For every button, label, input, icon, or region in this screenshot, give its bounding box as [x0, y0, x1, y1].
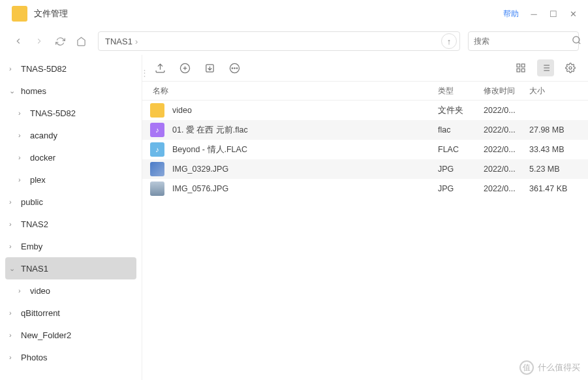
file-row[interactable]: ♪Beyond - 情人.FLACFLAC2022/0...33.43 MB [142, 140, 588, 159]
col-date[interactable]: 修改时间 [484, 86, 529, 97]
file-icon [150, 162, 164, 176]
file-list: video文件夹2022/0...♪01. 愛 在西 元前.flacflac20… [142, 101, 588, 198]
file-type: JPG [438, 184, 484, 193]
file-icon: ♪ [150, 123, 164, 137]
sidebar-item-label: Photos [21, 353, 47, 362]
file-icon [150, 103, 164, 118]
search-box[interactable] [468, 31, 579, 51]
maximize-button[interactable]: ☐ [544, 4, 563, 24]
expand-icon: › [18, 109, 29, 117]
sidebar-item-video[interactable]: ›video [0, 279, 142, 302]
search-icon [572, 35, 581, 47]
svg-rect-13 [521, 69, 525, 72]
sidebar-item-tnas-5d82[interactable]: ›TNAS-5D82 [0, 57, 142, 80]
sidebar-item-label: Emby [21, 242, 42, 251]
up-button[interactable]: ↑ [441, 33, 457, 49]
help-link[interactable]: 帮助 [503, 8, 519, 20]
breadcrumb[interactable]: TNAS1 › ↑ [98, 31, 460, 51]
file-row[interactable]: IMG_0576.JPGJPG2022/0...361.47 KB [142, 179, 588, 198]
file-size: 361.47 KB [529, 184, 588, 193]
svg-rect-10 [517, 64, 520, 67]
home-button[interactable] [72, 32, 90, 50]
table-header: 名称 类型 修改时间 大小 [142, 81, 588, 101]
forward-button[interactable] [30, 32, 48, 50]
expand-icon: › [18, 153, 29, 161]
sidebar-item-new_folder2[interactable]: ›New_Folder2 [0, 324, 142, 346]
expand-icon: › [9, 198, 20, 206]
sidebar-item-homes[interactable]: ⌄homes [0, 80, 142, 102]
expand-icon: ⌄ [9, 87, 20, 95]
expand-icon: › [18, 287, 29, 294]
expand-icon: › [18, 176, 29, 183]
sidebar-item-emby[interactable]: ›Emby [0, 235, 142, 257]
file-icon [150, 182, 164, 196]
svg-point-20 [569, 67, 572, 69]
sidebar-tree: ›TNAS-5D82⌄homes›TNAS-5D82›acandy›docker… [0, 55, 142, 380]
minimize-button[interactable]: ─ [524, 4, 544, 24]
sidebar-item-label: homes [21, 86, 46, 96]
sidebar-item-acandy[interactable]: ›acandy [0, 124, 142, 146]
sidebar-item-photos[interactable]: ›Photos [0, 346, 142, 368]
sidebar-item-label: qBittorrent [21, 308, 60, 318]
sidebar-item-label: TNAS-5D82 [30, 108, 76, 118]
list-view-button[interactable] [537, 59, 554, 76]
expand-icon: › [9, 331, 20, 339]
file-name: 01. 愛 在西 元前.flac [172, 125, 438, 136]
expand-icon: › [18, 131, 29, 139]
task-button[interactable] [201, 59, 218, 76]
settings-button[interactable] [562, 59, 579, 76]
col-name[interactable]: 名称 [142, 86, 438, 97]
refresh-button[interactable] [51, 32, 69, 50]
col-type[interactable]: 类型 [438, 86, 484, 97]
app-folder-icon [12, 6, 27, 22]
grid-view-button[interactable] [512, 59, 529, 76]
file-type: FLAC [438, 145, 484, 154]
nav-toolbar: TNAS1 › ↑ [0, 27, 588, 55]
file-name: IMG_0576.JPG [172, 184, 438, 193]
file-row[interactable]: ♪01. 愛 在西 元前.flacflac2022/0...27.98 MB [142, 120, 588, 140]
expand-icon: › [9, 220, 20, 228]
chevron-right-icon: › [135, 37, 138, 46]
svg-rect-12 [517, 69, 520, 72]
sidebar-item-tnas2[interactable]: ›TNAS2 [0, 213, 142, 235]
sidebar-item-label: plex [30, 175, 46, 185]
col-size[interactable]: 大小 [529, 86, 588, 97]
sidebar-item-label: video [30, 286, 50, 296]
file-name: IMG_0329.JPG [172, 165, 438, 174]
breadcrumb-item[interactable]: TNAS1 [105, 37, 132, 46]
svg-rect-11 [521, 64, 525, 67]
close-button[interactable]: ✕ [563, 4, 583, 24]
expand-icon: › [9, 242, 20, 250]
sidebar-item-qbittorrent[interactable]: ›qBittorrent [0, 302, 142, 324]
file-row[interactable]: video文件夹2022/0... [142, 101, 588, 120]
file-row[interactable]: IMG_0329.JPGJPG2022/0...5.23 MB [142, 159, 588, 179]
expand-icon: › [9, 65, 20, 72]
sidebar-item-label: acandy [30, 131, 57, 140]
watermark-text: 什么值得买 [538, 362, 580, 373]
sidebar-item-docker[interactable]: ›docker [0, 146, 142, 168]
search-input[interactable] [474, 37, 572, 46]
watermark: 值 什么值得买 [519, 360, 580, 375]
sidebar-item-label: public [21, 197, 43, 207]
add-button[interactable] [176, 59, 193, 76]
more-button[interactable] [226, 59, 243, 76]
file-date: 2022/0... [484, 184, 529, 193]
file-date: 2022/0... [484, 106, 529, 115]
titlebar: 文件管理 帮助 ─ ☐ ✕ [0, 0, 588, 27]
sidebar-item-public[interactable]: ›public [0, 191, 142, 213]
action-bar [142, 55, 588, 81]
app-title: 文件管理 [34, 8, 68, 20]
svg-point-7 [232, 67, 232, 68]
sidebar-item-plex[interactable]: ›plex [0, 168, 142, 191]
file-type: JPG [438, 165, 484, 174]
upload-button[interactable] [151, 59, 168, 76]
file-date: 2022/0... [484, 165, 529, 174]
file-name: video [172, 106, 438, 115]
sidebar-item-tnas-5d82[interactable]: ›TNAS-5D82 [0, 102, 142, 124]
back-button[interactable] [9, 32, 27, 50]
sidebar-item-label: TNAS-5D82 [21, 64, 67, 74]
file-type: 文件夹 [438, 105, 484, 116]
file-type: flac [438, 125, 484, 135]
sidebar-resize-handle[interactable]: ⋮ [142, 63, 147, 82]
sidebar-item-tnas1[interactable]: ⌄TNAS1 [5, 257, 136, 279]
